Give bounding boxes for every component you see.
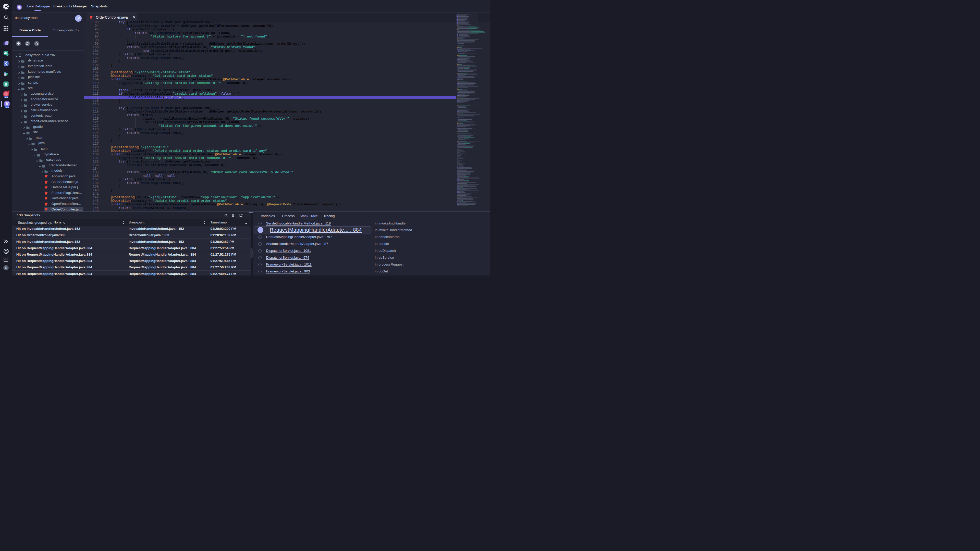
svg-text:NEW: NEW [6, 106, 9, 108]
svg-text:S: S [5, 266, 7, 270]
svg-text:NEW: NEW [5, 97, 8, 98]
